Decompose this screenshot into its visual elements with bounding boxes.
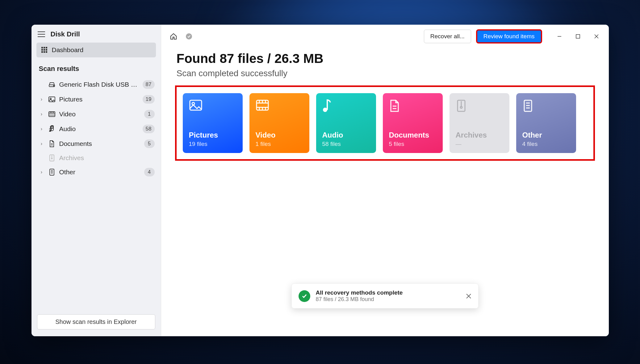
archive-icon	[48, 154, 56, 162]
image-icon	[48, 96, 56, 102]
toast-close-icon[interactable]	[466, 293, 471, 299]
svg-rect-0	[41, 47, 43, 48]
hamburger-icon[interactable]	[38, 31, 45, 37]
card-title: Audio	[322, 131, 370, 139]
count-badge: 58	[143, 125, 155, 133]
card-pictures[interactable]: Pictures 19 files	[183, 93, 243, 153]
card-title: Pictures	[189, 131, 236, 139]
toast-notification: All recovery methods complete 87 files /…	[291, 283, 479, 308]
svg-rect-3	[41, 49, 43, 51]
card-sub: 4 files	[522, 141, 570, 147]
card-documents[interactable]: Documents 5 files	[383, 93, 443, 153]
show-in-explorer-button[interactable]: Show scan results in Explorer	[37, 314, 155, 329]
scan-item-label: Other	[59, 168, 140, 176]
svg-rect-4	[44, 49, 45, 51]
svg-rect-1	[44, 47, 45, 48]
scan-item-pictures[interactable]: › Pictures 19	[31, 92, 161, 107]
scan-item-label: Documents	[59, 140, 140, 147]
chevron-right-icon: ›	[39, 126, 44, 132]
card-other[interactable]: Other 4 files	[516, 93, 576, 153]
check-badge-icon[interactable]	[184, 31, 194, 41]
sidebar-dashboard[interactable]: Dashboard	[36, 43, 156, 57]
sidebar-header: Disk Drill	[31, 25, 161, 43]
toolbar: Recover all... Review found items	[161, 25, 609, 46]
scan-item-label: Generic Flash Disk USB D...	[59, 81, 139, 88]
archive-icon	[456, 99, 503, 115]
chevron-right-icon: ›	[39, 141, 44, 147]
app-window: Disk Drill Dashboard Scan results Generi…	[31, 25, 609, 336]
scan-item-label: Video	[59, 110, 140, 118]
page-subtitle: Scan completed successfully	[177, 68, 593, 78]
document-icon	[48, 140, 56, 147]
scan-item-audio[interactable]: › Audio 58	[31, 122, 161, 136]
card-archives: Archives —	[450, 93, 509, 153]
svg-rect-7	[44, 51, 45, 53]
chevron-right-icon: ›	[39, 97, 44, 102]
count-badge: 4	[144, 168, 155, 176]
scan-item-label: Pictures	[59, 96, 139, 103]
category-cards: Pictures 19 files Video 1 files Audio 58…	[177, 87, 593, 159]
image-icon	[189, 99, 236, 115]
dashboard-label: Dashboard	[52, 46, 84, 54]
card-sub: 1 files	[256, 141, 303, 147]
svg-rect-34	[190, 100, 202, 110]
main-panel: Recover all... Review found items Found …	[161, 25, 609, 336]
svg-rect-2	[46, 47, 47, 48]
svg-rect-5	[46, 49, 47, 51]
svg-rect-11	[49, 97, 55, 102]
scan-item-other[interactable]: › Other 4	[31, 165, 161, 180]
audio-icon	[48, 125, 56, 133]
recover-all-button[interactable]: Recover all...	[424, 30, 471, 43]
other-icon	[48, 168, 56, 176]
document-icon	[389, 99, 437, 115]
count-badge: 87	[143, 80, 155, 89]
count-badge: 19	[143, 95, 155, 104]
card-audio[interactable]: Audio 58 files	[316, 93, 376, 153]
card-title: Archives	[456, 131, 503, 139]
check-circle-icon	[299, 290, 310, 302]
svg-rect-46	[327, 100, 328, 110]
page-title: Found 87 files / 26.3 MB	[177, 51, 593, 66]
card-video[interactable]: Video 1 files	[249, 93, 309, 153]
scan-item-archives: Archives	[31, 151, 161, 165]
chevron-right-icon: ›	[39, 111, 44, 117]
scan-results-heading: Scan results	[31, 60, 161, 77]
video-icon	[48, 111, 56, 117]
card-title: Other	[522, 131, 570, 139]
sidebar: Disk Drill Dashboard Scan results Generi…	[31, 25, 161, 336]
svg-point-10	[53, 85, 54, 86]
svg-point-24	[51, 158, 52, 159]
home-icon[interactable]	[169, 31, 178, 41]
video-icon	[256, 99, 303, 115]
drive-icon	[48, 82, 56, 87]
scan-item-documents[interactable]: › Documents 5	[31, 136, 161, 151]
close-icon[interactable]	[592, 31, 601, 41]
app-title: Disk Drill	[51, 30, 80, 38]
maximize-icon[interactable]	[573, 31, 583, 41]
other-icon	[522, 99, 570, 115]
svg-point-45	[323, 108, 327, 112]
card-title: Documents	[389, 131, 437, 139]
toast-sub: 87 files / 26.3 MB found	[316, 296, 460, 303]
card-sub: —	[456, 141, 503, 147]
svg-rect-25	[50, 169, 54, 175]
svg-rect-8	[46, 51, 47, 53]
svg-point-29	[186, 33, 192, 39]
scan-item-video[interactable]: › Video 1	[31, 107, 161, 122]
svg-rect-31	[576, 35, 580, 38]
card-sub: 58 files	[322, 141, 370, 147]
svg-point-51	[460, 106, 462, 108]
scan-item-label: Audio	[59, 125, 139, 133]
card-sub: 5 files	[389, 141, 437, 147]
card-sub: 19 files	[189, 141, 236, 147]
count-badge: 5	[144, 139, 155, 148]
audio-icon	[322, 99, 370, 115]
card-title: Video	[256, 131, 303, 139]
count-badge: 1	[144, 110, 155, 118]
svg-rect-6	[41, 51, 43, 53]
review-found-items-button[interactable]: Review found items	[477, 30, 542, 43]
grid-icon	[41, 47, 48, 53]
scan-item-drive[interactable]: Generic Flash Disk USB D... 87	[31, 77, 161, 92]
toast-title: All recovery methods complete	[316, 289, 460, 296]
minimize-icon[interactable]	[554, 31, 564, 41]
